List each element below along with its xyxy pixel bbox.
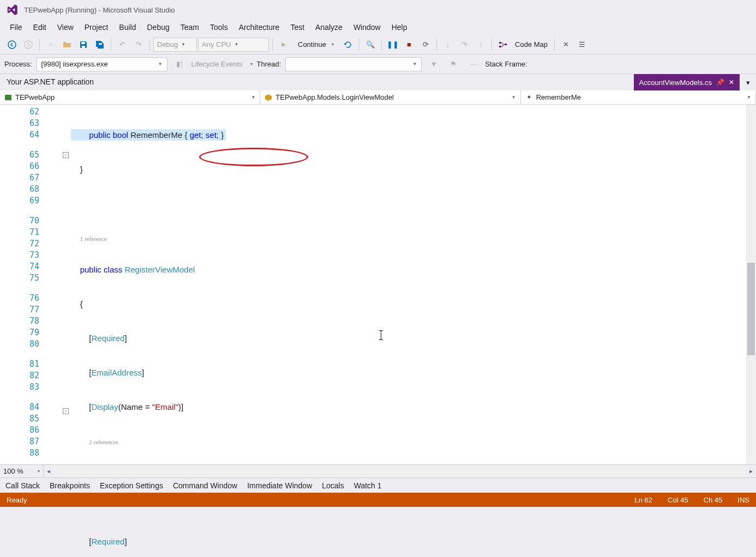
process-label: Process: bbox=[4, 60, 32, 68]
menu-test[interactable]: Test bbox=[285, 21, 310, 34]
toolbar-separator bbox=[111, 39, 111, 51]
config-dropdown: Debug▼ bbox=[153, 38, 197, 52]
hscroll-left[interactable]: ◄ bbox=[44, 465, 53, 477]
svg-rect-7 bbox=[505, 44, 507, 45]
code-content[interactable]: public bool RememberMe { get; set; } } 1… bbox=[49, 105, 756, 464]
pause-button[interactable]: ❚❚ bbox=[385, 37, 400, 52]
menu-debug[interactable]: Debug bbox=[142, 21, 175, 34]
undo-button: ↶ bbox=[115, 37, 130, 52]
platform-dropdown: Any CPU▼ bbox=[198, 38, 269, 52]
step-out-button: ↑ bbox=[473, 37, 488, 52]
threads-icon: ⋯ bbox=[465, 57, 481, 72]
menu-window[interactable]: Window bbox=[348, 21, 386, 34]
toolbar-separator bbox=[491, 39, 492, 51]
find-button[interactable]: 🔍 bbox=[363, 37, 378, 52]
menu-architecture[interactable]: Architecture bbox=[233, 21, 285, 34]
refresh-button[interactable] bbox=[340, 37, 356, 52]
menu-help[interactable]: Help bbox=[386, 21, 413, 34]
redo-button: ↷ bbox=[131, 37, 146, 52]
zoom-bar: 100 %▾ ◄ ► bbox=[0, 464, 756, 477]
horizontal-scrollbar[interactable] bbox=[53, 465, 746, 477]
open-file-button[interactable] bbox=[59, 37, 75, 52]
menu-tools[interactable]: Tools bbox=[205, 21, 233, 34]
tab-file-name: AccountViewModels.cs bbox=[639, 78, 712, 87]
menu-bar: File Edit View Project Build Debug Team … bbox=[0, 20, 756, 35]
svg-rect-3 bbox=[82, 46, 85, 48]
menu-project[interactable]: Project bbox=[79, 21, 114, 34]
title-bar: TEPwebApp (Running) - Microsoft Visual S… bbox=[0, 0, 756, 20]
codemap-icon[interactable] bbox=[495, 37, 511, 52]
stackframe-label: Stack Frame: bbox=[485, 60, 527, 68]
extra-button-2[interactable]: ☰ bbox=[574, 37, 590, 52]
thread-dropdown[interactable]: ▼ bbox=[285, 57, 422, 71]
project-icon bbox=[4, 94, 12, 101]
new-project-button: ▫ bbox=[43, 37, 58, 52]
continue-button[interactable]: Continue▾ bbox=[292, 38, 339, 52]
pin-icon[interactable]: 📌 bbox=[716, 78, 724, 86]
toolbar-separator bbox=[359, 39, 359, 51]
save-all-button[interactable] bbox=[92, 37, 107, 52]
member-nav[interactable]: RememberMe ▼ bbox=[521, 90, 756, 104]
line-gutter: 626364 6566676869 707172737475 767778798… bbox=[0, 105, 49, 464]
menu-analyze[interactable]: Analyze bbox=[310, 21, 348, 34]
toolbar-separator bbox=[39, 39, 40, 51]
stop-button[interactable]: ■ bbox=[401, 37, 417, 52]
svg-rect-8 bbox=[5, 95, 11, 100]
toolbar-separator bbox=[554, 39, 555, 51]
lifecycle-icon: ◧ bbox=[172, 57, 187, 72]
extra-button-1[interactable]: ✕ bbox=[558, 37, 573, 52]
tab-callstack[interactable]: Call Stack bbox=[4, 480, 41, 491]
step-into-button: ↓ bbox=[440, 37, 455, 52]
svg-rect-2 bbox=[81, 42, 85, 44]
svg-rect-6 bbox=[499, 46, 501, 47]
menu-view[interactable]: View bbox=[52, 21, 79, 34]
window-title: TEPwebApp (Running) - Microsoft Visual S… bbox=[24, 6, 175, 14]
menu-team[interactable]: Team bbox=[175, 21, 205, 34]
svg-point-0 bbox=[8, 41, 16, 49]
restart-button[interactable]: ⟳ bbox=[418, 37, 433, 52]
lifecycle-label: Lifecycle Events bbox=[191, 60, 243, 68]
process-dropdown[interactable]: [9980] iisexpress.exe▼ bbox=[37, 57, 167, 71]
text-cursor bbox=[381, 330, 381, 340]
toolbar-separator bbox=[272, 39, 273, 51]
tab-overflow[interactable]: ▾ bbox=[740, 74, 756, 90]
nav-back-button[interactable] bbox=[4, 37, 20, 52]
close-icon[interactable]: ✕ bbox=[729, 78, 734, 86]
member-icon bbox=[525, 94, 533, 101]
project-nav[interactable]: TEPwebApp ▼ bbox=[0, 90, 260, 104]
save-button[interactable] bbox=[76, 37, 91, 52]
class-nav[interactable]: TEPwebApp.Models.LoginViewModel ▼ bbox=[260, 90, 520, 104]
svg-rect-4 bbox=[99, 43, 102, 45]
active-file-tab[interactable]: AccountViewModels.cs 📌 ✕ bbox=[634, 74, 740, 90]
thread-label: Thread: bbox=[257, 60, 281, 68]
document-tabs: Your ASP.NET application AccountViewMode… bbox=[0, 74, 756, 90]
menu-file[interactable]: File bbox=[4, 21, 28, 34]
code-nav-bar: TEPwebApp ▼ TEPwebApp.Models.LoginViewMo… bbox=[0, 90, 756, 105]
lifecycle-arrow: ▾ bbox=[250, 62, 253, 66]
menu-edit[interactable]: Edit bbox=[28, 21, 52, 34]
codemap-label[interactable]: Code Map bbox=[512, 40, 551, 49]
vs-logo-icon bbox=[4, 2, 20, 17]
toolbar-separator bbox=[149, 39, 150, 51]
main-toolbar: ▫ ↶ ↷ Debug▼ Any CPU▼ ▶ Continue▾ 🔍 ❚❚ ■… bbox=[0, 35, 756, 55]
vertical-scrollbar[interactable] bbox=[746, 105, 756, 464]
filter-icon: ▼ bbox=[426, 57, 441, 72]
nav-forward-button bbox=[21, 37, 36, 52]
toolbar-separator bbox=[436, 39, 437, 51]
debug-toolbar: Process: [9980] iisexpress.exe▼ ◧ Lifecy… bbox=[0, 55, 756, 74]
menu-build[interactable]: Build bbox=[113, 21, 141, 34]
toolbar-separator bbox=[381, 39, 382, 51]
zoom-dropdown[interactable]: 100 %▾ bbox=[0, 465, 44, 477]
svg-point-1 bbox=[25, 41, 32, 49]
step-over-button: ↷ bbox=[457, 37, 472, 52]
code-editor[interactable]: 626364 6566676869 707172737475 767778798… bbox=[0, 105, 756, 464]
start-page-tab[interactable]: Your ASP.NET application bbox=[0, 74, 100, 90]
svg-rect-5 bbox=[499, 42, 501, 44]
class-icon bbox=[265, 94, 272, 101]
flag-icon: ⚑ bbox=[446, 57, 461, 72]
start-button: ▶ bbox=[276, 37, 291, 52]
scroll-thumb[interactable] bbox=[747, 263, 755, 355]
